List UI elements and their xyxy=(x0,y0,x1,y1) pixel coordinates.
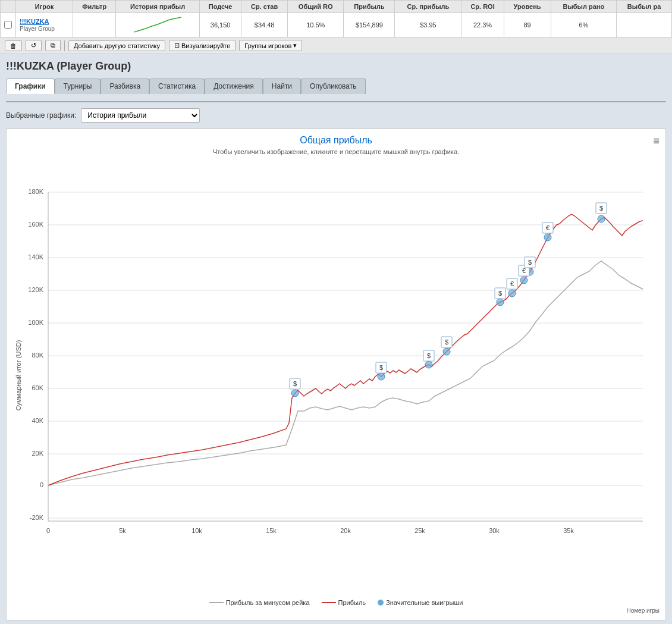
add-stats-button[interactable]: Добавить другую статистику xyxy=(68,40,165,51)
legend-net-profit: Прибыль за минусом рейка xyxy=(209,599,310,606)
tab-nayti[interactable]: Найти xyxy=(263,79,301,94)
chart-container: Общая прибыль Чтобы увеличить изображени… xyxy=(6,128,666,620)
refresh-button[interactable]: ↺ xyxy=(26,40,42,51)
legend-profit-line xyxy=(322,602,336,603)
table-row: !!!KUZKA Player Group 36,150 $34.48 10.5… xyxy=(1,13,672,37)
svg-rect-0 xyxy=(12,161,655,595)
row-checkbox-input[interactable] xyxy=(4,21,12,29)
col-early-exit: Выбыл рано xyxy=(551,1,617,13)
visualize-label: Визуализируйте xyxy=(181,42,230,49)
svg-text:0: 0 xyxy=(46,527,50,534)
col-avg-profit: Ср. прибыль xyxy=(395,1,461,13)
refresh-icon: ↺ xyxy=(31,42,36,49)
big-win-marker xyxy=(291,390,299,397)
big-win-marker xyxy=(520,277,527,284)
svg-text:20k: 20k xyxy=(340,527,351,534)
col-avg-stake: Ср. став xyxy=(241,1,288,13)
svg-text:$: $ xyxy=(379,364,383,371)
chart-title: Общая прибыль xyxy=(12,135,660,146)
svg-text:60K: 60K xyxy=(32,384,43,391)
row-checkbox[interactable] xyxy=(1,13,16,37)
big-win-marker xyxy=(497,299,504,306)
col-checkbox xyxy=(1,1,16,13)
chart-selector-dropdown[interactable]: История прибыли ROI по времени Прибыль п… xyxy=(81,108,200,123)
player-link[interactable]: !!!KUZKA xyxy=(20,18,69,25)
svg-text:40K: 40K xyxy=(32,417,43,424)
mini-sparkline xyxy=(134,15,181,33)
player-group-label: Player Group xyxy=(20,26,55,32)
tab-razbirka[interactable]: Разбивка xyxy=(101,79,149,94)
stats-table: Игрок Фильтр История прибыл Подсче Ср. с… xyxy=(0,0,672,37)
svg-text:35k: 35k xyxy=(563,527,574,534)
legend-big-wins-label: Значительные выигрыши xyxy=(386,599,463,606)
chart-game-label: Номер игры xyxy=(12,607,660,614)
big-win-marker xyxy=(598,215,605,222)
main-content: !!!KUZKA (Player Group) Графики Турниры … xyxy=(0,54,672,624)
total-roi-cell: 10.5% xyxy=(287,13,343,37)
trash-icon: 🗑 xyxy=(10,42,17,49)
toolbar: 🗑 ↺ ⧉ Добавить другую статистику ⊡ Визуа… xyxy=(0,37,672,54)
col-avg-roi: Ср. ROI xyxy=(461,1,504,13)
svg-text:€: € xyxy=(546,224,549,231)
svg-text:$: $ xyxy=(599,205,603,212)
legend-net-line xyxy=(209,602,224,603)
big-win-marker xyxy=(508,290,516,297)
early-exit2-cell xyxy=(617,13,672,37)
big-win-marker xyxy=(443,348,450,355)
groups-label: Группы игроков xyxy=(244,42,291,49)
history-cell xyxy=(116,13,200,37)
avg-stake-cell: $34.48 xyxy=(241,13,288,37)
tabs-border xyxy=(6,101,666,102)
chart-svg-wrapper: 180K 160K 140K 120K 100K 80K 60K 40K 20K… xyxy=(12,161,660,595)
col-early-exit2: Выбыл ра xyxy=(617,1,672,13)
chart-selector-row: Выбранные графики: История прибыли ROI п… xyxy=(6,108,666,123)
tab-turniry[interactable]: Турниры xyxy=(55,79,101,94)
legend-profit: Прибыль xyxy=(322,599,366,606)
copy-button[interactable]: ⧉ xyxy=(45,40,61,51)
svg-text:30k: 30k xyxy=(489,527,500,534)
filter-cell xyxy=(73,13,116,37)
tab-statistika[interactable]: Статистика xyxy=(149,79,205,94)
visualize-button[interactable]: ⊡ Визуализируйте xyxy=(169,40,235,51)
svg-text:25k: 25k xyxy=(414,527,425,534)
svg-text:$: $ xyxy=(445,338,448,346)
svg-text:$: $ xyxy=(528,259,532,266)
tab-grafiki[interactable]: Графики xyxy=(6,79,55,94)
col-history: История прибыл xyxy=(116,1,200,13)
avg-profit-cell: $3.95 xyxy=(395,13,461,37)
big-win-marker xyxy=(425,361,432,368)
tab-dostizheniya[interactable]: Достижения xyxy=(205,79,263,94)
col-filter: Фильтр xyxy=(73,1,116,13)
chart-selector-label: Выбранные графики: xyxy=(6,111,76,120)
count-cell: 36,150 xyxy=(199,13,241,37)
delete-button[interactable]: 🗑 xyxy=(5,40,22,51)
groups-button[interactable]: Группы игроков ▾ xyxy=(239,40,302,51)
svg-text:120K: 120K xyxy=(28,286,43,293)
svg-text:160K: 160K xyxy=(28,221,43,228)
legend-net-label: Прибыль за минусом рейка xyxy=(226,599,310,606)
tab-opublikovat[interactable]: Опубликовать xyxy=(301,79,365,94)
toolbar-separator xyxy=(64,40,65,51)
svg-text:5k: 5k xyxy=(119,527,126,534)
chart-subtitle: Чтобы увеличить изображение, кликните и … xyxy=(12,148,660,155)
svg-text:$: $ xyxy=(293,380,297,387)
svg-text:-20K: -20K xyxy=(30,514,44,521)
col-total-roi: Общий RO xyxy=(287,1,343,13)
big-win-marker xyxy=(544,234,551,241)
page-title: !!!KUZKA (Player Group) xyxy=(6,60,666,73)
chevron-down-icon: ▾ xyxy=(293,42,297,49)
svg-text:Суммарный итог (USD): Суммарный итог (USD) xyxy=(15,340,22,411)
main-chart-svg[interactable]: 180K 160K 140K 120K 100K 80K 60K 40K 20K… xyxy=(12,161,655,595)
col-profit: Прибыль xyxy=(344,1,395,13)
svg-text:15k: 15k xyxy=(266,527,277,534)
copy-icon: ⧉ xyxy=(51,42,55,49)
tabs-bar: Графики Турниры Разбивка Статистика Дост… xyxy=(6,79,666,94)
svg-text:€: € xyxy=(522,267,526,274)
col-count: Подсче xyxy=(199,1,241,13)
svg-text:$: $ xyxy=(498,290,502,297)
svg-text:100K: 100K xyxy=(28,319,43,326)
visualize-icon: ⊡ xyxy=(174,42,180,49)
svg-text:€: € xyxy=(510,280,514,287)
chart-menu-button[interactable]: ≡ xyxy=(653,135,660,148)
svg-text:$: $ xyxy=(427,352,431,359)
